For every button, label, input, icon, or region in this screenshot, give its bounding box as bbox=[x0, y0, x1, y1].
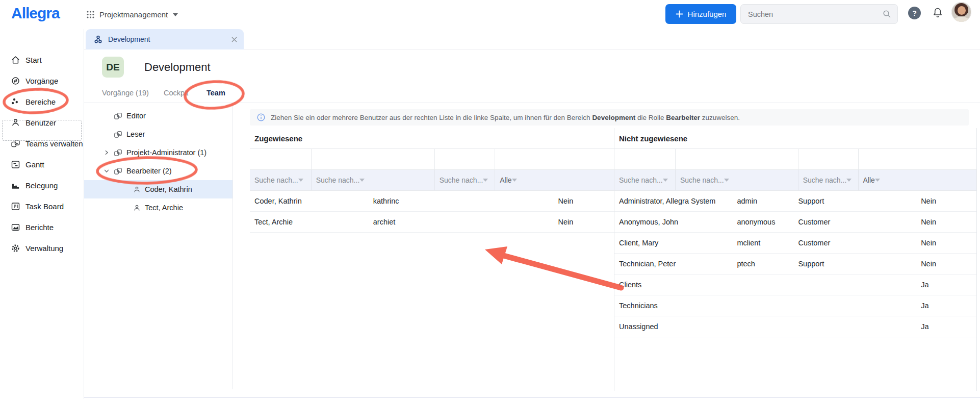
sidebar-item[interactable]: Berichte bbox=[0, 217, 84, 238]
search-box[interactable] bbox=[740, 4, 898, 24]
sidebar-item[interactable]: Vorgänge bbox=[0, 70, 84, 91]
workspace-label: Projektmanagement bbox=[99, 10, 168, 19]
info-icon bbox=[257, 113, 265, 121]
select-caret-icon bbox=[663, 179, 668, 182]
filter-cell[interactable]: Suche nach... bbox=[614, 170, 676, 190]
tree-item-label: Editor bbox=[126, 112, 146, 120]
cell-name: Anonymous, John bbox=[614, 212, 732, 232]
cell-name: Client, Mary bbox=[614, 233, 732, 253]
filter-cell[interactable]: Alle bbox=[859, 170, 885, 190]
cell-username: admin bbox=[732, 191, 793, 211]
tab-cockpit[interactable]: Cockpit bbox=[164, 89, 188, 97]
column-header[interactable] bbox=[859, 149, 868, 169]
tree-item[interactable]: Leser bbox=[84, 125, 233, 143]
bell-icon[interactable] bbox=[932, 6, 944, 20]
cell-organisation: Customer bbox=[793, 212, 916, 232]
cell-organisation bbox=[793, 316, 916, 337]
sidebar-item[interactable]: Bereiche bbox=[0, 91, 84, 112]
sidebar-item[interactable]: Teams verwalten bbox=[0, 133, 84, 154]
person-icon bbox=[10, 117, 21, 128]
apps-grid-icon bbox=[87, 11, 94, 18]
column-header[interactable] bbox=[250, 149, 312, 169]
column-header[interactable] bbox=[798, 149, 859, 169]
table-row[interactable]: Technician, Peter ptech Support Nein bbox=[614, 254, 976, 275]
table-row[interactable]: Technicians Ja bbox=[614, 295, 976, 316]
chevron-icon[interactable] bbox=[104, 149, 110, 156]
home-icon bbox=[10, 55, 21, 65]
page-title: Development bbox=[144, 61, 211, 74]
window-tab-development[interactable]: Development bbox=[86, 29, 244, 49]
assigned-title: Zugewiesene bbox=[250, 128, 614, 149]
assigned-filter-row: Suche nach...Suche nach...Suche nach...A… bbox=[250, 170, 614, 191]
unassigned-title: Nicht zugewiesene bbox=[614, 128, 976, 149]
filter-cell[interactable]: Suche nach... bbox=[250, 170, 312, 190]
cell-name: Clients bbox=[614, 275, 732, 295]
sidebar-item-label: Teams verwalten bbox=[25, 139, 83, 148]
filter-cell[interactable]: Suche nach... bbox=[676, 170, 798, 190]
select-caret-icon bbox=[846, 179, 852, 182]
table-row[interactable]: Anonymous, John anonymous Customer Nein bbox=[614, 212, 976, 233]
select-caret-icon bbox=[512, 179, 517, 182]
role-masks-icon bbox=[113, 166, 123, 176]
filter-cell[interactable]: Suche nach... bbox=[435, 170, 496, 190]
cell-organisation: Customer bbox=[793, 233, 916, 253]
table-row[interactable]: Client, Mary mclient Customer Nein bbox=[614, 233, 976, 254]
table-row[interactable]: Tect, Archie archiet Nein bbox=[250, 212, 614, 233]
cell-organisation bbox=[793, 295, 916, 316]
tree-item[interactable]: Bearbeiter (2) bbox=[84, 162, 233, 180]
cell-gruppe: Ja bbox=[916, 275, 976, 295]
cell-name: Tect, Archie bbox=[250, 212, 369, 232]
filter-cell[interactable]: Alle bbox=[495, 170, 521, 190]
tree-item[interactable]: Projekt-Administrator (1) bbox=[84, 143, 233, 162]
help-icon[interactable]: ? bbox=[908, 7, 921, 19]
sidebar-item[interactable]: Task Board bbox=[0, 196, 84, 217]
search-input[interactable] bbox=[741, 10, 883, 18]
assigned-header-row bbox=[250, 149, 614, 170]
cluster-icon bbox=[10, 96, 21, 107]
avatar-face bbox=[958, 6, 966, 15]
add-button[interactable]: Hinzufügen bbox=[665, 4, 736, 24]
sidebar-item[interactable]: Verwaltung bbox=[0, 238, 84, 259]
tree-item[interactable]: Tect, Archie bbox=[84, 198, 233, 217]
column-header[interactable] bbox=[495, 149, 504, 169]
search-icon bbox=[883, 10, 891, 18]
column-header[interactable] bbox=[676, 149, 798, 169]
column-header[interactable] bbox=[435, 149, 496, 169]
filter-cell[interactable]: Suche nach... bbox=[798, 170, 859, 190]
sidebar-item[interactable]: Gantt bbox=[0, 154, 84, 175]
cell-username: mclient bbox=[732, 233, 793, 253]
column-header[interactable] bbox=[312, 149, 435, 169]
assigned-panel: Zugewiesene Suche nach...Suche nach...Su… bbox=[250, 128, 614, 391]
cell-organisation bbox=[793, 275, 916, 295]
chevron-icon[interactable] bbox=[104, 167, 110, 174]
tab-team[interactable]: Team bbox=[207, 89, 225, 97]
chevron-icon[interactable] bbox=[104, 112, 110, 119]
filter-cell[interactable]: Suche nach... bbox=[312, 170, 435, 190]
sidebar-item[interactable]: Start bbox=[0, 49, 84, 70]
user-icon bbox=[133, 185, 141, 194]
table-row[interactable]: Coder, Kathrin kathrinc Nein bbox=[250, 191, 614, 212]
table-row[interactable]: Administrator, Allegra System admin Supp… bbox=[614, 191, 976, 212]
table-row[interactable]: Clients Ja bbox=[614, 275, 976, 295]
cell-username bbox=[732, 275, 793, 295]
cell-gruppe: Nein bbox=[916, 191, 976, 211]
tree-item[interactable]: Editor bbox=[84, 107, 233, 125]
workspace-switcher[interactable]: Projektmanagement bbox=[87, 0, 178, 29]
window-tab-strip: Development bbox=[84, 29, 980, 49]
sidebar-nav: Start Vorgänge Bereiche Benutzer Teams v… bbox=[0, 49, 84, 259]
sidebar-item[interactable]: Benutzer bbox=[0, 112, 84, 133]
tree-item-label: Leser bbox=[126, 130, 145, 138]
cell-gruppe: Nein bbox=[916, 254, 976, 274]
table-row[interactable]: Unassigned Ja bbox=[614, 316, 976, 337]
chevron-icon[interactable] bbox=[104, 131, 110, 138]
close-icon[interactable] bbox=[231, 36, 238, 43]
tree-item[interactable]: Coder, Kathrin bbox=[84, 180, 233, 198]
tab-vorgaenge[interactable]: Vorgänge (19) bbox=[102, 89, 149, 97]
column-header[interactable] bbox=[614, 149, 676, 169]
role-masks-icon bbox=[113, 148, 123, 158]
sidebar-item-label: Task Board bbox=[25, 202, 64, 211]
sidebar-item-label: Gantt bbox=[25, 160, 44, 169]
user-avatar[interactable] bbox=[951, 2, 971, 22]
cell-gruppe: Nein bbox=[553, 191, 614, 211]
sidebar-item[interactable]: Belegung bbox=[0, 175, 84, 196]
